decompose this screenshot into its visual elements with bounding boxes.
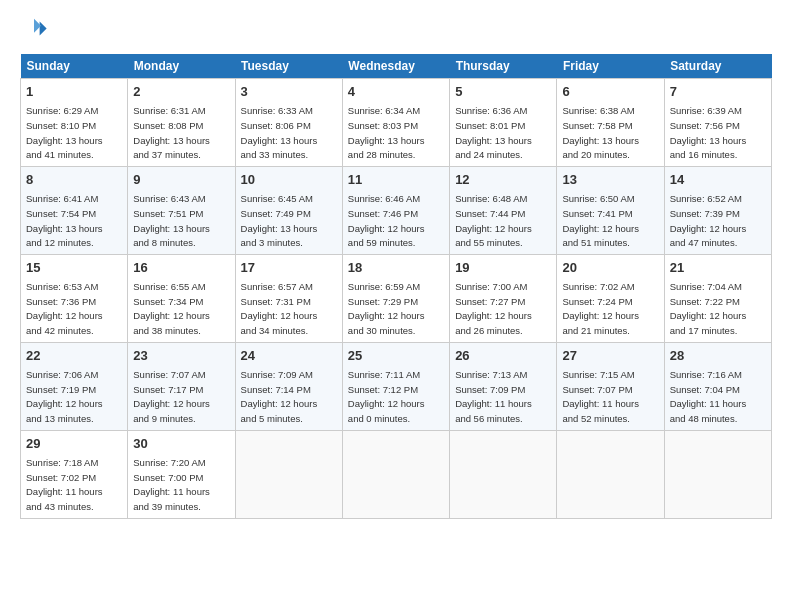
- day-number: 23: [133, 347, 229, 365]
- day-info: Sunrise: 7:00 AMSunset: 7:27 PMDaylight:…: [455, 281, 532, 336]
- day-number: 6: [562, 83, 658, 101]
- day-info: Sunrise: 6:46 AMSunset: 7:46 PMDaylight:…: [348, 193, 425, 248]
- day-info: Sunrise: 6:31 AMSunset: 8:08 PMDaylight:…: [133, 105, 210, 160]
- day-number: 12: [455, 171, 551, 189]
- calendar-day-cell: [235, 430, 342, 518]
- day-info: Sunrise: 7:16 AMSunset: 7:04 PMDaylight:…: [670, 369, 747, 424]
- day-info: Sunrise: 6:59 AMSunset: 7:29 PMDaylight:…: [348, 281, 425, 336]
- day-number: 21: [670, 259, 766, 277]
- calendar-day-cell: 23Sunrise: 7:07 AMSunset: 7:17 PMDayligh…: [128, 342, 235, 430]
- day-number: 10: [241, 171, 337, 189]
- calendar-day-cell: 28Sunrise: 7:16 AMSunset: 7:04 PMDayligh…: [664, 342, 771, 430]
- calendar-day-cell: 24Sunrise: 7:09 AMSunset: 7:14 PMDayligh…: [235, 342, 342, 430]
- day-info: Sunrise: 6:50 AMSunset: 7:41 PMDaylight:…: [562, 193, 639, 248]
- calendar-week-row: 1Sunrise: 6:29 AMSunset: 8:10 PMDaylight…: [21, 79, 772, 167]
- logo: [20, 16, 52, 44]
- calendar-day-cell: 3Sunrise: 6:33 AMSunset: 8:06 PMDaylight…: [235, 79, 342, 167]
- day-info: Sunrise: 6:39 AMSunset: 7:56 PMDaylight:…: [670, 105, 747, 160]
- day-info: Sunrise: 6:33 AMSunset: 8:06 PMDaylight:…: [241, 105, 318, 160]
- day-number: 28: [670, 347, 766, 365]
- day-number: 27: [562, 347, 658, 365]
- day-info: Sunrise: 6:48 AMSunset: 7:44 PMDaylight:…: [455, 193, 532, 248]
- day-number: 24: [241, 347, 337, 365]
- calendar-week-row: 8Sunrise: 6:41 AMSunset: 7:54 PMDaylight…: [21, 166, 772, 254]
- calendar-day-cell: 2Sunrise: 6:31 AMSunset: 8:08 PMDaylight…: [128, 79, 235, 167]
- calendar-day-cell: 21Sunrise: 7:04 AMSunset: 7:22 PMDayligh…: [664, 254, 771, 342]
- page: SundayMondayTuesdayWednesdayThursdayFrid…: [0, 0, 792, 531]
- day-info: Sunrise: 7:11 AMSunset: 7:12 PMDaylight:…: [348, 369, 425, 424]
- day-number: 29: [26, 435, 122, 453]
- day-number: 7: [670, 83, 766, 101]
- day-info: Sunrise: 7:20 AMSunset: 7:00 PMDaylight:…: [133, 457, 210, 512]
- calendar-day-cell: 10Sunrise: 6:45 AMSunset: 7:49 PMDayligh…: [235, 166, 342, 254]
- calendar-day-cell: 19Sunrise: 7:00 AMSunset: 7:27 PMDayligh…: [450, 254, 557, 342]
- day-info: Sunrise: 6:38 AMSunset: 7:58 PMDaylight:…: [562, 105, 639, 160]
- calendar-day-cell: [342, 430, 449, 518]
- calendar-week-row: 15Sunrise: 6:53 AMSunset: 7:36 PMDayligh…: [21, 254, 772, 342]
- calendar-day-cell: 11Sunrise: 6:46 AMSunset: 7:46 PMDayligh…: [342, 166, 449, 254]
- calendar-day-cell: 1Sunrise: 6:29 AMSunset: 8:10 PMDaylight…: [21, 79, 128, 167]
- weekday-header-tuesday: Tuesday: [235, 54, 342, 79]
- calendar-day-cell: 9Sunrise: 6:43 AMSunset: 7:51 PMDaylight…: [128, 166, 235, 254]
- day-number: 3: [241, 83, 337, 101]
- calendar-day-cell: 4Sunrise: 6:34 AMSunset: 8:03 PMDaylight…: [342, 79, 449, 167]
- day-number: 4: [348, 83, 444, 101]
- calendar-day-cell: 25Sunrise: 7:11 AMSunset: 7:12 PMDayligh…: [342, 342, 449, 430]
- calendar-day-cell: 17Sunrise: 6:57 AMSunset: 7:31 PMDayligh…: [235, 254, 342, 342]
- calendar-day-cell: 16Sunrise: 6:55 AMSunset: 7:34 PMDayligh…: [128, 254, 235, 342]
- weekday-header-thursday: Thursday: [450, 54, 557, 79]
- calendar-table: SundayMondayTuesdayWednesdayThursdayFrid…: [20, 54, 772, 519]
- day-number: 14: [670, 171, 766, 189]
- weekday-header-saturday: Saturday: [664, 54, 771, 79]
- day-info: Sunrise: 7:06 AMSunset: 7:19 PMDaylight:…: [26, 369, 103, 424]
- day-info: Sunrise: 6:45 AMSunset: 7:49 PMDaylight:…: [241, 193, 318, 248]
- weekday-header-monday: Monday: [128, 54, 235, 79]
- day-number: 1: [26, 83, 122, 101]
- calendar-day-cell: 8Sunrise: 6:41 AMSunset: 7:54 PMDaylight…: [21, 166, 128, 254]
- day-info: Sunrise: 6:41 AMSunset: 7:54 PMDaylight:…: [26, 193, 103, 248]
- day-number: 15: [26, 259, 122, 277]
- day-info: Sunrise: 6:52 AMSunset: 7:39 PMDaylight:…: [670, 193, 747, 248]
- day-info: Sunrise: 6:43 AMSunset: 7:51 PMDaylight:…: [133, 193, 210, 248]
- calendar-week-row: 29Sunrise: 7:18 AMSunset: 7:02 PMDayligh…: [21, 430, 772, 518]
- day-info: Sunrise: 7:13 AMSunset: 7:09 PMDaylight:…: [455, 369, 532, 424]
- day-number: 25: [348, 347, 444, 365]
- day-info: Sunrise: 6:55 AMSunset: 7:34 PMDaylight:…: [133, 281, 210, 336]
- calendar-day-cell: 14Sunrise: 6:52 AMSunset: 7:39 PMDayligh…: [664, 166, 771, 254]
- calendar-day-cell: 12Sunrise: 6:48 AMSunset: 7:44 PMDayligh…: [450, 166, 557, 254]
- calendar-day-cell: 20Sunrise: 7:02 AMSunset: 7:24 PMDayligh…: [557, 254, 664, 342]
- calendar-day-cell: 5Sunrise: 6:36 AMSunset: 8:01 PMDaylight…: [450, 79, 557, 167]
- day-number: 16: [133, 259, 229, 277]
- day-number: 11: [348, 171, 444, 189]
- svg-marker-0: [40, 22, 47, 36]
- weekday-header-wednesday: Wednesday: [342, 54, 449, 79]
- weekday-header-friday: Friday: [557, 54, 664, 79]
- calendar-week-row: 22Sunrise: 7:06 AMSunset: 7:19 PMDayligh…: [21, 342, 772, 430]
- day-number: 5: [455, 83, 551, 101]
- day-number: 26: [455, 347, 551, 365]
- day-info: Sunrise: 7:18 AMSunset: 7:02 PMDaylight:…: [26, 457, 103, 512]
- day-info: Sunrise: 7:04 AMSunset: 7:22 PMDaylight:…: [670, 281, 747, 336]
- day-info: Sunrise: 6:36 AMSunset: 8:01 PMDaylight:…: [455, 105, 532, 160]
- calendar-day-cell: 30Sunrise: 7:20 AMSunset: 7:00 PMDayligh…: [128, 430, 235, 518]
- calendar-day-cell: [557, 430, 664, 518]
- day-info: Sunrise: 6:34 AMSunset: 8:03 PMDaylight:…: [348, 105, 425, 160]
- calendar-day-cell: 13Sunrise: 6:50 AMSunset: 7:41 PMDayligh…: [557, 166, 664, 254]
- day-number: 19: [455, 259, 551, 277]
- day-number: 18: [348, 259, 444, 277]
- header: [20, 16, 772, 44]
- day-number: 13: [562, 171, 658, 189]
- day-number: 22: [26, 347, 122, 365]
- day-number: 30: [133, 435, 229, 453]
- day-info: Sunrise: 7:09 AMSunset: 7:14 PMDaylight:…: [241, 369, 318, 424]
- calendar-day-cell: 6Sunrise: 6:38 AMSunset: 7:58 PMDaylight…: [557, 79, 664, 167]
- weekday-header-sunday: Sunday: [21, 54, 128, 79]
- day-info: Sunrise: 6:57 AMSunset: 7:31 PMDaylight:…: [241, 281, 318, 336]
- day-info: Sunrise: 7:15 AMSunset: 7:07 PMDaylight:…: [562, 369, 639, 424]
- day-info: Sunrise: 7:07 AMSunset: 7:17 PMDaylight:…: [133, 369, 210, 424]
- day-number: 8: [26, 171, 122, 189]
- calendar-day-cell: 29Sunrise: 7:18 AMSunset: 7:02 PMDayligh…: [21, 430, 128, 518]
- logo-icon: [20, 16, 48, 44]
- calendar-day-cell: 18Sunrise: 6:59 AMSunset: 7:29 PMDayligh…: [342, 254, 449, 342]
- day-number: 9: [133, 171, 229, 189]
